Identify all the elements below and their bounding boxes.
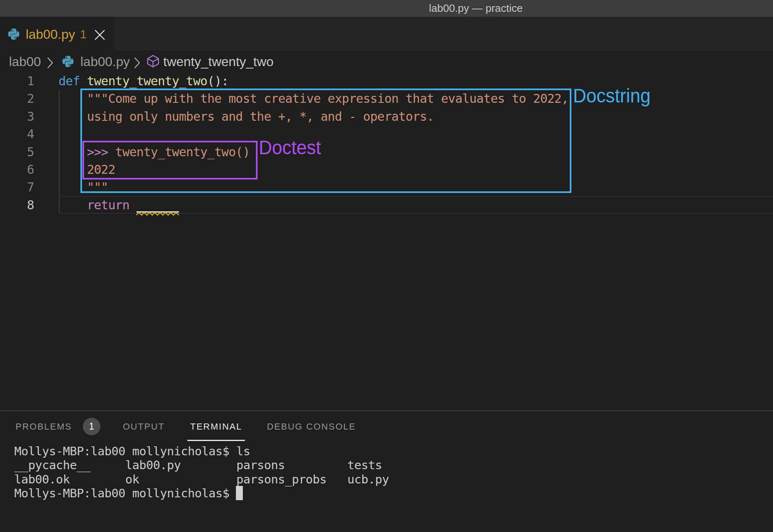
doctest-annotation-label: Doctest: [259, 137, 321, 157]
chevron-right-icon: [46, 57, 54, 69]
active-panel-tab-underline: [187, 440, 245, 441]
terminal-output[interactable]: Mollys-MBP:lab00 mollynicholas$ ls__pyca…: [14, 444, 389, 501]
panel-tab-bar: PROBLEMS1OUTPUTTERMINALDEBUG CONSOLE: [0, 412, 773, 441]
panel-tab-terminal[interactable]: TERMINAL: [190, 412, 242, 441]
terminal-line: lab00.ok ok parsons_probs ucb.py: [14, 472, 389, 486]
code-line[interactable]: return ______: [59, 196, 569, 214]
title-bar: lab00.py — practice: [0, 0, 773, 17]
close-icon[interactable]: [94, 29, 105, 40]
line-number: 2: [0, 90, 34, 107]
panel-tab-problems[interactable]: PROBLEMS: [16, 412, 72, 441]
chevron-right-icon: [133, 57, 141, 69]
doctest-annotation-box: [82, 141, 258, 180]
bottom-panel: PROBLEMS1OUTPUTTERMINALDEBUG CONSOLE Mol…: [0, 410, 773, 532]
window-title: lab00.py — practice: [429, 0, 523, 17]
editor-tab-bar: lab00.py 1: [0, 17, 773, 51]
python-icon: [8, 28, 20, 40]
breadcrumb-symbol[interactable]: twenty_twenty_two: [163, 51, 273, 73]
panel-tab-debug-console[interactable]: DEBUG CONSOLE: [267, 412, 356, 441]
line-number: 7: [0, 178, 34, 196]
line-number: 3: [0, 108, 34, 125]
tab-problem-badge: 1: [80, 18, 87, 51]
panel-tab-output[interactable]: OUTPUT: [123, 412, 164, 441]
problems-count-badge: 1: [83, 418, 100, 435]
line-number: 1: [0, 72, 34, 90]
terminal-line: Mollys-MBP:lab00 mollynicholas$ ls: [14, 444, 389, 458]
breadcrumb-file[interactable]: lab00.py: [80, 51, 130, 73]
python-icon: [62, 55, 74, 67]
docstring-annotation-label: Docstring: [573, 86, 651, 106]
terminal-line: __pycache__ lab00.py parsons tests: [14, 458, 389, 472]
breadcrumb: lab00 lab00.py twenty_twenty_two: [0, 51, 773, 72]
line-number: 6: [0, 161, 34, 178]
symbol-method-icon: [147, 55, 160, 68]
terminal-cursor: [236, 486, 243, 500]
terminal-line: Mollys-MBP:lab00 mollynicholas$: [14, 486, 389, 500]
line-number-gutter: 12345678: [0, 72, 34, 214]
tab-lab00py[interactable]: lab00.py 1: [0, 17, 114, 51]
warning-squiggle: [136, 211, 179, 216]
line-number: 4: [0, 125, 34, 143]
breadcrumb-folder[interactable]: lab00: [9, 51, 41, 73]
vscode-window: lab00.py — practice lab00.py 1 lab00 lab…: [0, 0, 773, 532]
line-number: 5: [0, 143, 34, 161]
line-number: 8: [0, 196, 34, 214]
code-line[interactable]: def twenty_twenty_two():: [59, 72, 569, 90]
tab-filename: lab00.py: [26, 18, 75, 51]
